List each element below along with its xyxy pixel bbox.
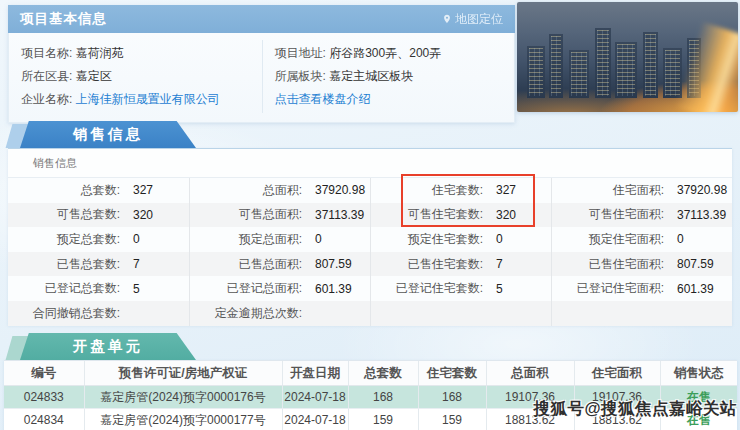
units-cell: 168 [418,386,486,409]
tab-label[interactable]: 开盘单元 [20,333,196,360]
sales-field-value: 0 [133,232,140,246]
view-intro-link[interactable]: 点击查看楼盘介绍 [275,92,371,106]
sales-row: 预定总套数:0预定总面积:0预定住宅套数:0预定住宅面积:0 [8,227,732,252]
district-row: 所在区县: 嘉定区 [21,65,250,88]
project-info-right-column: 项目地址: 府谷路300弄、200弄 所属板块: 嘉定主城区板块 点击查看楼盘介… [262,40,515,113]
tab-sales-info[interactable]: 销售信息 [20,121,196,148]
sales-field-label: 预定总套数: [8,231,120,248]
sales-cell: 总套数:327 [8,178,189,203]
sales-field-label: 已登记总套数: [8,280,120,297]
units-cell: 159 [418,409,486,430]
sales-row: 已售总套数:7已售总面积:807.59已售住宅套数:7已售住宅面积:807.59 [8,252,732,277]
sales-cell: 定金逾期总次数: [189,301,370,326]
project-info-header: 项目基本信息 地图定位 [8,5,515,33]
units-header-row: 编号预售许可证/房地产权证开盘日期总套数住宅套数总面积住宅面积销售状态 [4,361,737,386]
sales-cell: 住宅套数:327 [370,178,551,203]
sohu-watermark: 搜狐号@搜狐焦点嘉峪关站 [533,398,737,420]
units-cell: 嘉定房管(2024)预字0000177号 [84,409,282,430]
sales-cell: 已登记住宅套数:5 [370,276,551,301]
sales-field-value: 5 [496,282,503,296]
road-light-trail [674,21,738,112]
map-pin-icon [442,13,452,25]
project-name-value: 嘉荷润苑 [76,46,124,60]
address-value: 府谷路300弄、200弄 [329,46,441,60]
building-silhouette [595,28,611,98]
sales-field-value: 807.59 [677,257,714,271]
project-photo [517,2,738,112]
sales-cell: 已售住宅面积:807.59 [551,252,732,277]
units-column-header: 销售状态 [660,361,737,386]
sales-cell [370,301,551,326]
sales-field-label: 总面积: [190,182,302,199]
sales-field-label: 已登记住宅面积: [552,280,664,297]
building-silhouette [549,34,563,98]
map-locate-link[interactable]: 地图定位 [442,11,503,28]
sales-cell: 已登记总套数:5 [8,276,189,301]
tab-opening-units[interactable]: 开盘单元 [20,333,196,360]
sales-field-value: 37920.98 [677,183,727,197]
sales-field-value: 0 [315,232,322,246]
units-cell: 168 [348,386,418,409]
tab-label[interactable]: 销售信息 [20,121,196,148]
units-cell: 024834 [4,409,84,430]
sales-field-label: 住宅面积: [552,182,664,199]
district-value: 嘉定区 [76,69,112,83]
sales-cell: 已售住宅套数:7 [370,252,551,277]
units-cell: 024833 [4,386,84,409]
field-label: 企业名称: [21,92,72,106]
sales-field-value: 0 [677,232,684,246]
units-column-header: 总套数 [348,361,418,386]
units-column-header: 住宅套数 [418,361,486,386]
sales-field-label: 住宅套数: [371,182,483,199]
sales-cell: 可售总套数:320 [8,203,189,228]
units-column-header: 住宅面积 [574,361,660,386]
sales-field-value: 320 [496,208,516,222]
sales-field-value: 601.39 [677,282,714,296]
project-info-left-column: 项目名称: 嘉荷润苑 所在区县: 嘉定区 企业名称: 上海佳新恒晟置业有限公司 [9,40,262,113]
sales-cell: 已售总面积:807.59 [189,252,370,277]
building-silhouette [569,50,589,98]
sales-field-label: 已售总面积: [190,256,302,273]
block-row: 所属板块: 嘉定主城区板块 [275,65,503,88]
sales-cell: 可售住宅面积:37113.39 [551,203,732,228]
sales-field-label: 已登记总面积: [190,280,302,297]
sales-cell: 合同撤销总套数: [8,301,189,326]
sales-field-value: 37113.39 [677,208,726,222]
units-cell: 2024-07-18 [282,409,348,430]
sales-cell: 已登记总面积:601.39 [189,276,370,301]
field-label: 项目名称: [21,46,72,60]
building-silhouette [615,42,637,98]
sales-field-value: 37113.39 [315,208,364,222]
building-silhouette [527,46,545,98]
sales-table: 总套数:327总面积:37920.98住宅套数:327住宅面积:37920.98… [8,178,732,326]
address-row: 项目地址: 府谷路300弄、200弄 [275,42,503,65]
sales-cell: 预定总面积:0 [189,227,370,252]
sales-field-label: 已售住宅面积: [552,256,664,273]
sales-field-value: 7 [496,257,503,271]
units-column-header: 总面积 [486,361,574,386]
company-link[interactable]: 上海佳新恒晟置业有限公司 [76,92,220,106]
section-title: 项目基本信息 [20,10,107,28]
sales-cell: 预定住宅套数:0 [370,227,551,252]
field-label: 所属板块: [275,69,326,83]
sales-field-label: 预定住宅面积: [552,231,664,248]
project-info-body: 项目名称: 嘉荷润苑 所在区县: 嘉定区 企业名称: 上海佳新恒晟置业有限公司 … [8,33,515,123]
sales-cell [551,301,732,326]
sales-subtitle: 销售信息 [8,149,732,178]
sales-field-value: 5 [133,282,140,296]
sales-field-value: 0 [496,232,503,246]
units-column-header: 编号 [4,361,84,386]
sales-field-label: 定金逾期总次数: [190,305,302,322]
sales-cell: 预定住宅面积:0 [551,227,732,252]
intro-link-row: 点击查看楼盘介绍 [275,88,503,111]
map-link-label: 地图定位 [455,11,503,28]
project-info-section: 项目基本信息 地图定位 项目名称: 嘉荷润苑 所在区县: 嘉定区 企业名称: 上… [8,5,515,123]
sales-cell: 总面积:37920.98 [189,178,370,203]
sales-field-label: 合同撤销总套数: [8,305,120,322]
sales-row: 已登记总套数:5已登记总面积:601.39已登记住宅套数:5已登记住宅面积:60… [8,276,732,301]
sales-field-value: 320 [133,208,153,222]
sales-row: 总套数:327总面积:37920.98住宅套数:327住宅面积:37920.98 [8,178,732,203]
sales-field-label: 预定住宅套数: [371,231,483,248]
sales-field-label: 可售总套数: [8,206,120,223]
sales-field-label: 可售住宅面积: [552,206,664,223]
